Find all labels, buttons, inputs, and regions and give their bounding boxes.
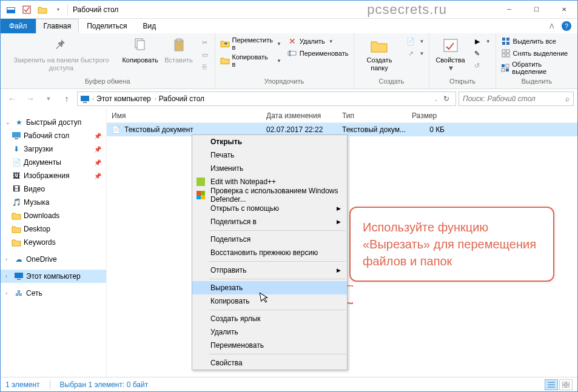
close-button[interactable]: ✕ — [550, 1, 577, 19]
easy-access-button[interactable]: ↗▼ — [405, 48, 425, 59]
crumb-desktop[interactable]: Рабочий стол — [159, 95, 204, 103]
nav-downloads-folder[interactable]: Downloads — [1, 209, 106, 222]
svg-rect-22 — [81, 96, 89, 101]
svg-rect-38 — [562, 385, 565, 388]
svg-rect-21 — [506, 68, 509, 71]
col-type[interactable]: Тип — [337, 111, 407, 120]
group-open-label: Открыть — [433, 78, 491, 87]
ctx-defender[interactable]: Проверка с использованием Windows Defend… — [192, 188, 347, 202]
open-button[interactable]: ▶▼ — [471, 36, 492, 47]
column-headers[interactable]: Имя Дата изменения Тип Размер — [107, 108, 577, 123]
tab-share[interactable]: Поделиться — [79, 19, 135, 33]
move-to-button[interactable]: Переместить в▼ — [219, 36, 283, 51]
address-bar[interactable]: › Этот компьютер› Рабочий стол ⌄↻ — [77, 91, 456, 106]
watermark: pcsecrets.ru — [367, 2, 447, 18]
ctx-send-to[interactable]: Отправить▶ — [192, 264, 347, 277]
copy-to-button[interactable]: Копировать в▼ — [219, 53, 283, 68]
tab-file[interactable]: Файл — [1, 19, 36, 33]
search-box[interactable]: ⌕ — [459, 91, 574, 106]
copy-path-small-button[interactable]: ▭ — [199, 49, 211, 60]
svg-rect-4 — [137, 41, 144, 50]
ctx-rename[interactable]: Переименовать — [192, 339, 347, 352]
maximize-button[interactable]: ☐ — [523, 1, 550, 19]
svg-rect-29 — [197, 191, 201, 195]
nav-keywords-folder[interactable]: Keywords — [1, 236, 106, 249]
paste-shortcut-small-button[interactable]: ⎘ — [199, 61, 211, 72]
nav-onedrive[interactable]: ›☁OneDrive — [1, 253, 106, 266]
invert-selection-button[interactable]: Обратить выделение — [500, 60, 574, 76]
nav-pictures[interactable]: 🖼Изображения📌 — [1, 169, 106, 182]
qat-properties-icon[interactable] — [20, 3, 33, 16]
search-icon: ⌕ — [565, 95, 570, 103]
help-icon[interactable]: ? — [562, 21, 571, 31]
paste-button[interactable]: Вставить — [163, 35, 195, 65]
ribbon: Закрепить на панели быстрого доступа Коп… — [1, 33, 577, 89]
qat-dropdown-icon[interactable]: ▾ — [52, 3, 65, 16]
ctx-open[interactable]: Открыть — [192, 135, 347, 148]
rename-button[interactable]: Переименовать — [286, 48, 350, 59]
collapse-ribbon-icon[interactable]: ᐱ — [549, 22, 554, 30]
ctx-open-with[interactable]: Открыть с помощью▶ — [192, 202, 347, 215]
select-all-button[interactable]: Выделить все — [500, 36, 574, 47]
select-none-button[interactable]: Снять выделение — [500, 48, 574, 59]
nav-downloads[interactable]: ⬇Загрузки📌 — [1, 142, 106, 156]
new-item-button[interactable]: 📄▼ — [405, 36, 425, 47]
col-name[interactable]: Имя — [107, 111, 261, 120]
properties-button[interactable]: Свойства▼ — [433, 35, 467, 73]
svg-rect-15 — [506, 50, 509, 53]
defender-icon — [196, 190, 206, 200]
nav-music[interactable]: 🎵Музыка — [1, 196, 106, 209]
file-date: 02.07.2017 22:22 — [261, 125, 337, 134]
svg-rect-1 — [7, 8, 15, 10]
back-button[interactable]: ← — [4, 91, 20, 107]
nav-desktop[interactable]: Рабочий стол📌 — [1, 129, 106, 142]
view-icons-button[interactable] — [559, 379, 573, 390]
forward-button[interactable]: → — [22, 91, 38, 107]
ctx-edit[interactable]: Изменить — [192, 162, 347, 175]
nav-this-pc[interactable]: ›Этот компьютер — [1, 270, 106, 283]
nav-documents[interactable]: 📄Документы📌 — [1, 156, 106, 169]
tab-home[interactable]: Главная — [36, 19, 79, 33]
ctx-share-with[interactable]: Поделиться в▶ — [192, 215, 347, 228]
refresh-button[interactable]: ⌄↻ — [430, 95, 453, 103]
up-button[interactable]: ↑ — [59, 91, 75, 107]
nav-videos[interactable]: 🎞Видео — [1, 182, 106, 196]
svg-rect-16 — [502, 54, 505, 57]
ctx-delete[interactable]: Удалить — [192, 325, 347, 339]
col-date[interactable]: Дата изменения — [261, 111, 337, 120]
tab-view[interactable]: Вид — [135, 19, 164, 33]
svg-rect-23 — [83, 102, 87, 103]
status-bar: 1 элемент Выбран 1 элемент: 0 байт — [1, 377, 577, 391]
history-button[interactable]: ↺ — [471, 60, 492, 71]
svg-rect-5 — [175, 40, 183, 51]
view-details-button[interactable] — [545, 379, 558, 390]
svg-rect-10 — [502, 38, 505, 41]
ribbon-help-area: ᐱ ? — [549, 19, 577, 33]
ctx-print[interactable]: Печать — [192, 148, 347, 162]
col-size[interactable]: Размер — [407, 111, 455, 120]
svg-rect-32 — [201, 195, 205, 199]
pin-icon: 📌 — [94, 133, 101, 139]
ctx-share[interactable]: Поделиться — [192, 233, 347, 246]
status-item-count: 1 элемент — [5, 380, 40, 389]
svg-rect-25 — [15, 138, 18, 139]
nav-quick-access[interactable]: ⌄★Быстрый доступ — [1, 116, 106, 129]
delete-button[interactable]: ✕Удалить▼ — [286, 36, 350, 47]
folder-icon[interactable] — [36, 3, 49, 16]
ctx-shortcut[interactable]: Создать ярлык — [192, 312, 347, 325]
nav-desktop-folder[interactable]: Desktop — [1, 222, 106, 236]
crumb-thispc[interactable]: Этот компьютер› — [96, 95, 156, 103]
nav-network[interactable]: ›🖧Сеть — [1, 287, 106, 300]
group-new-label: Создать — [358, 78, 426, 87]
pin-to-quick-access-button[interactable]: Закрепить на панели быстрого доступа — [4, 35, 118, 73]
ctx-properties[interactable]: Свойства — [192, 356, 347, 370]
search-input[interactable] — [463, 95, 565, 103]
copy-button[interactable]: Копировать — [122, 35, 159, 65]
edit-button[interactable]: ✎ — [471, 48, 492, 59]
ctx-restore[interactable]: Восстановить прежнюю версию — [192, 246, 347, 259]
ctx-cut[interactable]: Вырезать — [192, 281, 347, 294]
recent-locations-button[interactable]: ▼ — [41, 91, 56, 107]
minimize-button[interactable]: ─ — [496, 1, 523, 19]
new-folder-button[interactable]: Создать папку — [358, 35, 402, 73]
cut-small-button[interactable]: ✂ — [199, 37, 211, 48]
